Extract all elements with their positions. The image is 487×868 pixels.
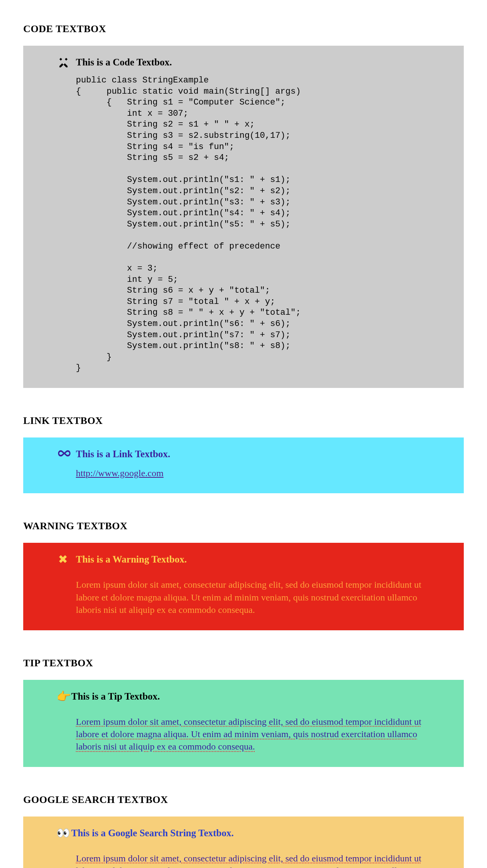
google-head: 👀 This is a Google Search String Textbox… — [39, 827, 448, 839]
google-textbox: 👀 This is a Google Search String Textbox… — [23, 817, 464, 868]
tools-icon — [58, 57, 71, 68]
tip-head: 👉 This is a Tip Textbox. — [39, 691, 448, 702]
google-heading: GOOGLE SEARCH TEXTBOX — [23, 794, 464, 806]
warning-textbox: ✖ This is a Warning Textbox. Lorem ipsum… — [23, 543, 464, 630]
google-title: This is a Google Search String Textbox. — [71, 828, 234, 839]
google-section: GOOGLE SEARCH TEXTBOX 👀 This is a Google… — [23, 794, 464, 868]
warning-section: WARNING TEXTBOX ✖ This is a Warning Text… — [23, 520, 464, 630]
warning-head: ✖ This is a Warning Textbox. — [39, 554, 448, 565]
infinity-icon — [58, 448, 71, 460]
link-title: This is a Link Textbox. — [76, 449, 170, 460]
tip-textbox: 👉 This is a Tip Textbox. Lorem ipsum dol… — [23, 680, 464, 767]
warning-title: This is a Warning Textbox. — [76, 554, 187, 565]
warning-content: Lorem ipsum dolor sit amet, consectetur … — [39, 578, 448, 616]
link-section: LINK TEXTBOX This is a Link Textbox. htt… — [23, 415, 464, 493]
code-heading: CODE TEXTBOX — [23, 23, 464, 35]
link-head: This is a Link Textbox. — [39, 448, 448, 460]
code-section: CODE TEXTBOX This is a Code Textbox. pub… — [23, 23, 464, 388]
code-head: This is a Code Textbox. — [39, 57, 448, 68]
tip-content: Lorem ipsum dolor sit amet, consectetur … — [39, 715, 448, 753]
tip-section: TIP TEXTBOX 👉 This is a Tip Textbox. Lor… — [23, 657, 464, 767]
link-textbox: This is a Link Textbox. http://www.googl… — [23, 437, 464, 493]
code-content: public class StringExample { public stat… — [39, 75, 448, 374]
code-title: This is a Code Textbox. — [76, 57, 172, 68]
link-content: http://www.google.com — [39, 467, 448, 479]
link-heading: LINK TEXTBOX — [23, 415, 464, 427]
tip-title: This is a Tip Textbox. — [71, 691, 160, 702]
google-content: Lorem ipsum dolor sit amet, consectetur … — [39, 852, 448, 868]
eyes-icon: 👀 — [57, 827, 70, 839]
warning-heading: WARNING TEXTBOX — [23, 520, 464, 532]
code-textbox: This is a Code Textbox. public class Str… — [23, 46, 464, 388]
cross-icon: ✖ — [58, 554, 71, 565]
pointing-hand-icon: 👉 — [57, 691, 70, 702]
tip-heading: TIP TEXTBOX — [23, 657, 464, 669]
link-url[interactable]: http://www.google.com — [76, 468, 163, 478]
